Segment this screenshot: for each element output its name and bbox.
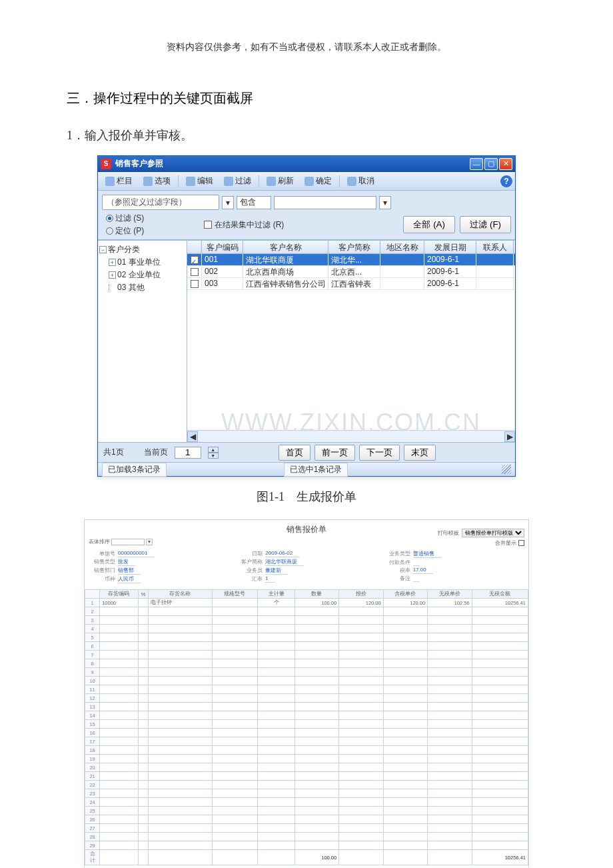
pager-spin-up[interactable]: ▲ [208, 447, 219, 453]
tree-node[interactable]: 02 企业单位 [117, 269, 161, 281]
table-row[interactable]: 22 [85, 781, 528, 789]
confirm-button[interactable]: 确定 [300, 173, 336, 189]
customer-value[interactable]: 湖北华联商厦 [265, 558, 304, 566]
tree-expand-icon[interactable]: + [109, 271, 116, 279]
filter-button[interactable]: 过滤 [219, 173, 256, 189]
remark-value[interactable] [413, 575, 420, 582]
pager-prev-button[interactable]: 前一页 [314, 445, 355, 461]
pager-current-input[interactable] [175, 447, 201, 459]
grid-header-contact[interactable]: 联系人 [476, 241, 514, 253]
bill-no-value[interactable]: 0000000001 [118, 550, 155, 557]
grid-header-invcode[interactable]: 存货编码 [100, 590, 139, 599]
sale-type-value[interactable]: 批发 [118, 558, 135, 566]
table-row[interactable]: 003江西省钟表销售分公司江西省钟表2009-6-1 [187, 278, 515, 290]
table-row[interactable]: 001湖北华联商厦湖北华...2009-6-1 [187, 254, 515, 266]
filter-radio[interactable]: 过滤 (S) [106, 213, 144, 224]
merge-display-checkbox[interactable] [518, 540, 524, 546]
grid-header-qty[interactable]: 数量 [295, 590, 339, 599]
match-mode-select[interactable]: 包含 [237, 196, 271, 209]
dept-value[interactable]: 销售部 [118, 567, 141, 575]
table-row[interactable]: 17 [85, 737, 528, 746]
tree-collapse-icon[interactable]: − [99, 246, 107, 253]
biz-type-value[interactable]: 普通销售 [413, 550, 441, 558]
tax-rate-value[interactable]: 17.00 [413, 567, 433, 574]
sort-dropdown-icon[interactable]: ▾ [146, 539, 153, 545]
table-row[interactable]: 3 [85, 616, 528, 625]
date-value[interactable]: 2009-06-02 [265, 550, 299, 557]
in-results-checkbox[interactable] [204, 221, 212, 229]
tree-expand-icon[interactable]: + [109, 259, 116, 266]
grid-header-invname[interactable]: 存货名称 [149, 590, 212, 599]
table-row[interactable]: 16 [85, 729, 528, 737]
table-row[interactable]: 29 [85, 841, 528, 850]
grid-header-price[interactable]: 报价 [339, 590, 384, 599]
tree-root[interactable]: 客户分类 [108, 244, 140, 255]
horizontal-scrollbar[interactable]: ◀ ▶ [187, 430, 515, 442]
filter-field-select[interactable]: （参照定义过滤字段） [102, 195, 219, 210]
grid-header-untaxedprice[interactable]: 无税单价 [428, 590, 472, 599]
edit-button[interactable]: 编辑 [181, 173, 218, 189]
table-row[interactable]: 9 [85, 668, 528, 677]
cancel-button[interactable]: 取消 [342, 173, 379, 189]
resize-grip-icon[interactable] [502, 465, 511, 474]
table-row[interactable]: 4 [85, 625, 528, 633]
minimize-button[interactable]: — [470, 158, 483, 170]
pager-spin-down[interactable]: ▼ [208, 453, 219, 459]
tree-node[interactable]: 03 其他 [117, 282, 145, 293]
quotation-grid[interactable]: 存货编码 % 存货名称 规格型号 主计量 数量 报价 含税单价 无税单价 无税金… [85, 589, 528, 865]
grid-header-check[interactable] [187, 241, 202, 253]
all-button[interactable]: 全部 (A) [403, 216, 454, 233]
table-row[interactable]: 19 [85, 755, 528, 763]
table-row[interactable]: 15 [85, 720, 528, 729]
filter-field-dropdown-icon[interactable]: ▾ [222, 196, 234, 209]
table-row[interactable]: 6 [85, 642, 528, 651]
table-row[interactable]: 10 [85, 677, 528, 685]
columns-button[interactable]: 栏目 [101, 173, 137, 189]
grid-header-region[interactable]: 地区名称 [380, 241, 424, 253]
pager-last-button[interactable]: 末页 [404, 445, 436, 461]
table-row[interactable]: 23 [85, 789, 528, 798]
category-tree[interactable]: −客户分类 +01 事业单位 +02 企业单位 03 其他 [98, 241, 187, 442]
do-filter-button[interactable]: 过滤 (F) [460, 216, 511, 233]
table-row[interactable]: 20 [85, 763, 528, 772]
table-row[interactable]: 25 [85, 807, 528, 815]
grid-header-untaxedamt[interactable]: 无税金额 [472, 590, 528, 599]
table-row[interactable]: 13 [85, 703, 528, 711]
table-row[interactable]: 8 [85, 659, 528, 668]
grid-header-short[interactable]: 客户简称 [328, 241, 380, 253]
tree-node[interactable]: 01 事业单位 [117, 257, 161, 268]
table-row[interactable]: 002北京西单商场北京西...2009-6-1 [187, 266, 515, 278]
table-row[interactable]: 18 [85, 746, 528, 755]
pager-first-button[interactable]: 首页 [279, 445, 310, 461]
rep-value[interactable]: 董建新 [265, 567, 288, 575]
currency-value[interactable]: 人民币 [118, 575, 141, 583]
print-template-select[interactable]: 销售报价单打印模版 [462, 529, 524, 537]
table-row[interactable]: 110000电子挂钟个100.00120.00120.00102.5610256… [85, 599, 528, 607]
grid-header-date[interactable]: 发展日期 [424, 241, 476, 253]
pay-term-value[interactable] [413, 559, 420, 566]
table-row[interactable]: 26 [85, 815, 528, 824]
table-row[interactable]: 11 [85, 685, 528, 694]
grid-header-taxedprice[interactable]: 含税单价 [383, 590, 428, 599]
grid-header-name[interactable]: 客户名称 [243, 241, 328, 253]
locate-radio[interactable]: 定位 (P) [106, 225, 144, 237]
close-button[interactable]: ✕ [499, 158, 512, 170]
filter-value-input[interactable] [274, 196, 376, 209]
pager-next-button[interactable]: 下一页 [359, 445, 400, 461]
scroll-left-icon[interactable]: ◀ [187, 431, 198, 442]
refresh-button[interactable]: 刷新 [262, 173, 299, 189]
table-row[interactable]: 5 [85, 633, 528, 642]
sort-select[interactable] [111, 539, 145, 545]
row-checkbox[interactable] [191, 280, 199, 288]
table-row[interactable]: 2 [85, 607, 528, 616]
maximize-button[interactable]: ▢ [484, 158, 498, 170]
row-checkbox[interactable] [191, 256, 199, 264]
scroll-right-icon[interactable]: ▶ [504, 431, 515, 442]
rate-value[interactable]: 1 [265, 575, 275, 583]
grid-header-scale[interactable]: % [138, 590, 149, 599]
table-row[interactable]: 28 [85, 833, 528, 841]
table-row[interactable]: 14 [85, 711, 528, 720]
scroll-track[interactable] [198, 431, 504, 442]
table-row[interactable]: 24 [85, 798, 528, 807]
table-row[interactable]: 21 [85, 772, 528, 781]
